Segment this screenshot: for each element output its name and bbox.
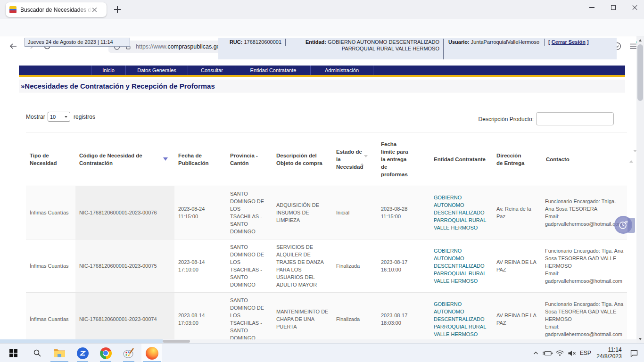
wifi-icon[interactable] xyxy=(553,344,566,362)
cell-tipo: Ínfimas Cuantías xyxy=(26,186,75,239)
header-codigo[interactable]: Código de Necesidad de Contratación xyxy=(75,132,174,186)
taskbar-paint[interactable] xyxy=(118,344,139,362)
cell-fecha-limite: 2023-08-17 16:10:00 xyxy=(377,239,430,293)
header-fecha-publicacion[interactable]: Fecha de Publicación xyxy=(174,132,226,186)
page-title: »Necesidades de Contratación y Recepción… xyxy=(19,80,625,92)
vertical-scrollbar[interactable] xyxy=(636,36,644,343)
ruc-field: RUC: 1768120600001 xyxy=(218,39,286,46)
search-icon xyxy=(33,349,41,357)
taskbar-firefox[interactable] xyxy=(141,344,162,362)
user-field: Usuario: JuntaParroquialValleHermoso xyxy=(444,39,545,46)
sort-both-icon xyxy=(360,156,368,164)
tab-close-icon[interactable] xyxy=(92,7,98,13)
paint-icon xyxy=(123,347,135,359)
hscrollbar-thumb[interactable] xyxy=(163,340,190,343)
taskbar-file-explorer[interactable] xyxy=(49,344,70,362)
z-app-icon xyxy=(77,347,89,359)
header-descripcion[interactable]: Descripción del Objeto de compra xyxy=(272,132,332,186)
cell-codigo: NIC-1768120600001-2023-00075 xyxy=(75,239,174,293)
cell-tipo: Ínfimas Cuantías xyxy=(26,239,75,293)
cell-direccion: AV REINA DE LA PAZ xyxy=(493,293,542,341)
horizontal-scrollbar[interactable] xyxy=(0,339,636,343)
cell-fecha-limite: 2023-08-28 11:15:00 xyxy=(377,186,430,239)
cell-fecha-limite: 2023-08-17 18:03:00 xyxy=(377,293,430,341)
logout: [ Cerrar Sesión ] xyxy=(545,39,589,45)
widget-clock-icon xyxy=(614,216,632,234)
table-row: Ínfimas Cuantías NIC-1768120600001-2023-… xyxy=(26,186,627,239)
taskbar-search-button[interactable] xyxy=(27,344,48,362)
windows-logo-icon xyxy=(9,349,17,357)
entity-link[interactable]: GOBIERNO AUTONOMO DESCENTRALIZADO PARROQ… xyxy=(434,301,486,337)
scroll-down-icon[interactable] xyxy=(639,338,642,340)
tray-time: 11:14 xyxy=(596,346,621,353)
scrollbar-thumb[interactable] xyxy=(637,44,643,101)
sort-desc-icon xyxy=(163,157,168,161)
windows-taskbar: ESP 11:14 24/8/2023 xyxy=(0,343,644,362)
header-estado[interactable]: Estado de la Necesidad xyxy=(332,132,377,186)
entity-link[interactable]: GOBIERNO AUTONOMO DESCENTRALIZADO PARROQ… xyxy=(434,248,486,284)
header-tipo[interactable]: Tipo de Necesidad xyxy=(26,132,75,186)
cell-descripcion: ADQUISICIÓN DE INSUMOS DE LIMPIEZA xyxy=(272,186,332,239)
browser-tab-bar: Buscador de Necesidades de Co xyxy=(0,0,644,19)
session-info-bar: RUC: 1768120600001 Entidad: GOBIERNO AUT… xyxy=(218,38,617,59)
sort-both-icon xyxy=(629,152,637,161)
back-icon[interactable] xyxy=(8,42,18,50)
menu-item-entidad-contratante[interactable]: Entidad Contratante xyxy=(236,66,310,75)
menu-item-consultar[interactable]: Consultar xyxy=(188,66,236,75)
cell-entidad: GOBIERNO AUTONOMO DESCENTRALIZADO PARROQ… xyxy=(430,239,493,293)
tab-title: Buscador de Necesidades de Co xyxy=(20,7,92,13)
table-header-row: Tipo de Necesidad Código de Necesidad de… xyxy=(26,132,627,186)
battery-icon[interactable] xyxy=(541,344,553,362)
cell-descripcion: MANTENIMEINTO DE CHAPA DE UNA PUERTA xyxy=(272,293,332,341)
taskbar-z-app[interactable] xyxy=(72,344,93,362)
menu-item-inicio[interactable]: Inicio xyxy=(91,66,125,75)
cell-estado: Inicial xyxy=(332,186,377,239)
cell-fecha-publicacion: 2023-08-24 11:15:00 xyxy=(174,186,226,239)
browser-toolbar: https://www.compraspublicas.gob.ec/Proce… xyxy=(0,19,644,36)
firefox-icon xyxy=(146,347,158,360)
cell-codigo: NIC-1768120600001-2023-00074 xyxy=(75,293,174,341)
floating-widget[interactable] xyxy=(614,216,635,235)
show-records-label: Mostrar xyxy=(26,114,45,120)
results-table-container: Tipo de Necesidad Código de Necesidad de… xyxy=(26,132,627,340)
close-icon xyxy=(632,4,638,10)
cell-direccion: AV REINA DE LA PAZ xyxy=(493,239,542,293)
product-filter-input[interactable] xyxy=(536,112,614,125)
header-contacto[interactable]: Contacto xyxy=(542,132,627,186)
volume-muted-icon[interactable] xyxy=(566,344,578,362)
show-records-select-wrap: 10 xyxy=(48,112,70,122)
hscroll-track-segment xyxy=(0,339,163,343)
cell-contacto: Funcionario Encargado: Tlga. Ana Sosa TE… xyxy=(542,239,627,293)
browser-tab[interactable]: Buscador de Necesidades de Co xyxy=(6,2,107,17)
cell-tipo: Ínfimas Cuantías xyxy=(26,293,75,341)
window-close-button[interactable] xyxy=(624,0,644,15)
cell-estado: Finalizada xyxy=(332,293,377,341)
entity-link[interactable]: GOBIERNO AUTONOMO DESCENTRALIZADO PARROQ… xyxy=(434,195,486,230)
maximize-icon xyxy=(611,5,616,10)
header-direccion[interactable]: Dirección de Entrega xyxy=(493,132,542,186)
header-entidad[interactable]: Entidad Contratante xyxy=(430,132,493,186)
cell-contacto: Funcionario Encargado: Tlga. Ana Sosa TE… xyxy=(542,293,627,341)
menu-item-datos-generales[interactable]: Datos Generales xyxy=(125,66,188,75)
entity-field: Entidad: GOBIERNO AUTONOMO DESCENTRALIZA… xyxy=(286,39,444,59)
cell-fecha-publicacion: 2023-08-14 17:10:00 xyxy=(174,239,226,293)
window-maximize-button[interactable] xyxy=(603,0,624,15)
scroll-up-icon[interactable] xyxy=(639,39,642,41)
logout-link[interactable]: Cerrar Sesión xyxy=(552,39,586,45)
new-tab-button[interactable] xyxy=(112,4,123,15)
taskbar-chrome[interactable] xyxy=(95,344,116,362)
product-filter-label: Descripción Producto: xyxy=(461,116,534,123)
window-minimize-button[interactable] xyxy=(581,0,603,15)
menu-item-administracion[interactable]: Administración xyxy=(310,66,373,75)
header-provincia[interactable]: Provincia - Cantón xyxy=(226,132,272,186)
header-fecha-limite[interactable]: Fecha límite para la entrega de proforma… xyxy=(377,132,430,186)
clock[interactable]: 11:14 24/8/2023 xyxy=(593,344,625,362)
show-records-select[interactable]: 10 xyxy=(48,112,70,122)
tray-date: 24/8/2023 xyxy=(596,353,621,360)
tray-chevron-up-icon[interactable] xyxy=(530,344,541,362)
table-row: Ínfimas Cuantías NIC-1768120600001-2023-… xyxy=(26,293,627,341)
start-button[interactable] xyxy=(3,344,24,362)
action-center-icon[interactable] xyxy=(627,344,641,362)
language-indicator[interactable]: ESP xyxy=(578,344,593,362)
cell-provincia: SANTO DOMINGO DE LOS TSACHILAS - SANTO D… xyxy=(226,239,272,293)
